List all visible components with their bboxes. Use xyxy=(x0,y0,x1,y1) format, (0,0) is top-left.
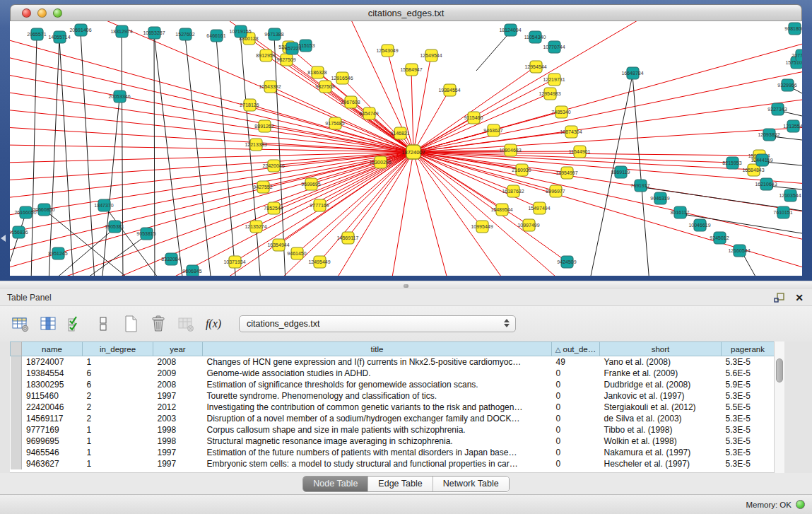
graph-node[interactable]: 19384554 xyxy=(438,84,460,96)
table-cell[interactable]: 2 xyxy=(83,413,153,424)
table-cell[interactable]: Stergiakouli et al. (2012) xyxy=(600,402,722,413)
table-cell[interactable]: Yano et al. (2008) xyxy=(600,356,722,368)
graph-node[interactable]: 20691406 xyxy=(69,24,91,36)
float-window-icon[interactable] xyxy=(774,292,785,303)
table-cell[interactable]: Investigating the contribution of common… xyxy=(203,402,552,413)
graph-node[interactable]: 15584947 xyxy=(400,64,422,76)
new-table-icon[interactable] xyxy=(122,315,140,333)
table-cell[interactable]: Jankovic et al. (1997) xyxy=(600,390,722,402)
graph-node[interactable]: 11054340 xyxy=(524,31,546,43)
graph-node[interactable]: 9699695 xyxy=(301,178,320,190)
table-cell[interactable]: 1998 xyxy=(153,436,203,447)
table-cell[interactable]: 5.3E-5 xyxy=(722,424,775,436)
table-cell[interactable]: 22420046 xyxy=(22,402,83,413)
graph-node[interactable]: 10543392 xyxy=(259,81,281,93)
table-cell[interactable]: 2008 xyxy=(153,356,203,368)
table-row[interactable]: 946362711997Embryonic stem cells: a mode… xyxy=(11,458,775,469)
collapse-left-icon[interactable] xyxy=(1,235,6,242)
graph-node[interactable]: 12916546 xyxy=(331,72,353,84)
graph-node[interactable]: 16354944 xyxy=(267,239,289,251)
graph-node[interactable]: 16187632 xyxy=(502,185,524,197)
table-cell[interactable]: 1 xyxy=(83,424,153,436)
table-cell[interactable]: Structural magnetic resonance image aver… xyxy=(203,436,552,447)
table-cell[interactable]: 5.6E-5 xyxy=(722,368,775,379)
table-cell[interactable]: 0 xyxy=(552,402,600,413)
table-cell[interactable]: Franke et al. (2009) xyxy=(600,368,722,379)
graph-node[interactable]: 9046319 xyxy=(650,192,669,204)
table-cell[interactable]: 1 xyxy=(83,436,153,447)
show-column-icon[interactable] xyxy=(39,315,57,333)
table-cell[interactable]: 9699695 xyxy=(22,436,83,447)
graph-node[interactable]: 15497494 xyxy=(528,202,550,214)
graph-node[interactable]: 10804683 xyxy=(499,144,521,156)
table-cell[interactable]: 0 xyxy=(552,368,600,379)
close-panel-icon[interactable]: ✕ xyxy=(795,293,804,303)
minimize-window-button[interactable] xyxy=(37,8,47,18)
table-cell[interactable]: 5.3E-5 xyxy=(722,390,775,402)
table-cell[interactable]: 1997 xyxy=(153,458,203,469)
graph-node[interactable]: 12954983 xyxy=(539,88,560,100)
table-cell[interactable]: 6 xyxy=(83,379,153,390)
split-pane-divider[interactable] xyxy=(0,281,812,289)
table-cell[interactable]: 49 xyxy=(552,356,600,368)
table-cell[interactable]: 9463627 xyxy=(22,458,83,469)
graph-node[interactable]: 9463627 xyxy=(483,124,502,136)
graph-node[interactable]: 14954997 xyxy=(555,167,577,179)
graph-node[interactable]: 7852544 xyxy=(264,202,283,214)
divider-grip-icon[interactable] xyxy=(404,284,408,288)
table-row[interactable]: 1938455462009Genome-wide association stu… xyxy=(11,368,775,379)
table-row[interactable]: 2242004622012Investigating the contribut… xyxy=(11,402,775,413)
network-view-canvas[interactable]: 8860128891295952260589827509105433928186… xyxy=(10,21,802,276)
table-cell[interactable]: 2 xyxy=(83,390,153,402)
close-window-button[interactable] xyxy=(22,8,31,18)
table-cell[interactable]: 2 xyxy=(83,402,153,413)
table-cell[interactable]: 0 xyxy=(552,458,600,469)
graph-node[interactable]: 12219731 xyxy=(543,74,565,86)
graph-node[interactable]: 8891262 xyxy=(254,120,273,132)
table-cell[interactable]: Tibbo et al. (1998) xyxy=(600,424,722,436)
tab-node-table[interactable]: Node Table xyxy=(303,477,367,491)
table-cell[interactable]: Estimation of the future numbers of pati… xyxy=(203,447,552,458)
table-cell[interactable]: 5.3E-5 xyxy=(722,436,775,447)
graph-node[interactable]: 12495449 xyxy=(308,256,330,268)
table-cell[interactable]: 1998 xyxy=(153,424,203,436)
table-cell[interactable]: Dudbridge et al. (2008) xyxy=(600,379,722,390)
graph-node[interactable]: 10653287 xyxy=(143,27,165,39)
table-cell[interactable]: 2009 xyxy=(153,368,203,379)
graph-node[interactable]: 18124094 xyxy=(499,24,521,36)
graph-node[interactable]: 8016117 xyxy=(671,206,690,218)
graph-node[interactable]: 9245012 xyxy=(710,232,729,244)
table-cell[interactable]: de Silva et al. (2003) xyxy=(600,413,722,424)
graph-node[interactable]: 10997499 xyxy=(517,219,539,231)
function-builder-icon[interactable]: f(x) xyxy=(204,315,223,333)
graph-node[interactable]: 8215953 xyxy=(722,157,741,169)
graph-node[interactable]: 14055714 xyxy=(48,31,70,43)
table-cell[interactable]: 5.3E-5 xyxy=(722,356,775,368)
table-cell[interactable]: Changes of HCN gene expression and I(f) … xyxy=(203,356,552,368)
table-cell[interactable]: 1 xyxy=(83,447,153,458)
table-cell[interactable]: 5.3E-5 xyxy=(722,447,775,458)
tab-network-table[interactable]: Network Table xyxy=(433,477,509,491)
network-table-select[interactable]: citations_edges.txt xyxy=(239,315,516,332)
graph-node[interactable]: 12103544 xyxy=(779,189,801,201)
graph-node[interactable]: 2718126 xyxy=(240,99,259,111)
table-cell[interactable]: 14569117 xyxy=(22,413,83,424)
table-cell[interactable]: 5.3E-5 xyxy=(722,458,775,469)
graph-node[interactable]: 22420046 xyxy=(262,160,284,172)
graph-node[interactable]: 8332084 xyxy=(161,253,180,265)
table-options-icon[interactable] xyxy=(11,315,30,333)
graph-node[interactable]: 10371934 xyxy=(223,256,245,268)
graph-node[interactable]: 9427552 xyxy=(253,181,272,193)
table-cell[interactable]: 0 xyxy=(552,424,600,436)
table-row[interactable]: 946554611997Estimation of the future num… xyxy=(11,447,775,458)
table-cell[interactable]: 9115460 xyxy=(22,390,83,402)
graph-node[interactable]: 2065571 xyxy=(27,28,46,40)
table-cell[interactable]: Embryonic stem cells: a model to study s… xyxy=(203,458,552,469)
graph-node[interactable]: 9115460 xyxy=(464,112,483,124)
table-row[interactable]: 911546021997Tourette syndrome. Phenomeno… xyxy=(11,390,775,402)
table-cell[interactable]: Disruption of a novel member of a sodium… xyxy=(203,413,552,424)
table-cell[interactable]: 1997 xyxy=(153,390,203,402)
table-cell[interactable]: 9465546 xyxy=(22,447,83,458)
graph-node[interactable]: 16648784 xyxy=(621,67,643,79)
table-cell[interactable]: 2003 xyxy=(153,413,203,424)
